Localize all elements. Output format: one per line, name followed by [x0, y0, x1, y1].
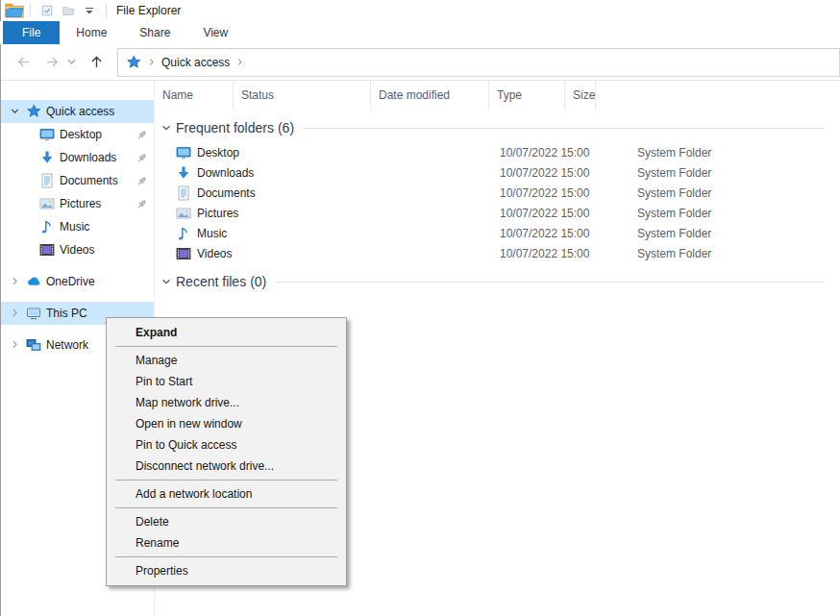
context-menu-item[interactable]: Map network drive...: [107, 392, 346, 413]
column-header-label: Size: [573, 88, 595, 102]
quick-access-star-icon: [26, 104, 41, 119]
file-row[interactable]: Desktop 10/07/2022 15:00 System Folder: [155, 142, 840, 162]
column-header[interactable]: Status: [234, 81, 371, 110]
qat-customize-dropdown[interactable]: [81, 2, 98, 19]
pictures-icon: [39, 196, 55, 211]
context-menu-item[interactable]: Add a network location: [107, 483, 346, 505]
breadcrumb-location[interactable]: Quick access: [161, 56, 230, 69]
context-menu-item[interactable]: Manage: [107, 350, 346, 371]
ribbon-tab[interactable]: Home: [60, 21, 123, 44]
titlebar: File Explorer: [0, 0, 840, 21]
ribbon-tab[interactable]: Share: [123, 21, 186, 44]
context-menu-item[interactable]: Expand: [107, 322, 346, 343]
file-type: System Folder: [630, 207, 748, 220]
column-headers: Name Status Date modified Type Size: [155, 81, 840, 110]
group-header-recent-files[interactable]: Recent files (0): [155, 271, 840, 292]
titlebar-separator: [30, 4, 31, 17]
context-menu-item-label: Open in new window: [136, 417, 242, 431]
breadcrumb-chevron-icon[interactable]: [146, 57, 157, 67]
context-menu-item[interactable]: Open in new window: [107, 413, 346, 434]
group-divider-line: [304, 128, 825, 129]
context-menu-item-label: Expand: [136, 326, 177, 339]
file-name: Documents: [197, 186, 256, 200]
expander-icon[interactable]: [9, 105, 22, 118]
ribbon-tab[interactable]: File: [3, 21, 60, 44]
expander-icon[interactable]: [9, 338, 22, 352]
context-menu-item[interactable]: Properties: [107, 560, 346, 581]
group-header-frequent-folders[interactable]: Frequent folders (6): [155, 117, 840, 138]
address-bar[interactable]: Quick access: [117, 48, 840, 77]
expander-icon[interactable]: [9, 307, 22, 320]
download-icon: [176, 165, 191, 181]
sidebar-item[interactable]: Desktop: [1, 123, 154, 146]
context-menu-item[interactable]: Pin to Quick access: [107, 434, 346, 456]
column-header[interactable]: Date modified: [371, 81, 489, 110]
file-row[interactable]: Pictures 10/07/2022 15:00 System Folder: [155, 203, 840, 223]
sidebar-item-label: Downloads: [60, 151, 136, 164]
pin-icon: [136, 129, 148, 141]
file-type: System Folder: [630, 146, 748, 160]
quick-access-star-icon: [126, 55, 141, 70]
file-name: Downloads: [197, 166, 254, 180]
context-menu: Expand Manage Pin to Start Map network d…: [106, 317, 347, 586]
pin-icon: [136, 198, 148, 210]
group-divider-line: [276, 282, 825, 283]
documents-icon: [39, 173, 55, 188]
videos-icon: [39, 242, 55, 258]
forward-button[interactable]: [41, 52, 62, 73]
column-header[interactable]: Size: [565, 81, 596, 110]
file-row[interactable]: Downloads 10/07/2022 15:00 System Folder: [155, 162, 840, 183]
chevron-down-icon[interactable]: [160, 275, 173, 288]
file-name: Desktop: [197, 146, 239, 160]
music-icon: [176, 226, 191, 241]
column-header-label: Date modified: [379, 88, 450, 102]
file-explorer-window: File Explorer File Home Share View: [0, 0, 840, 616]
column-header-label: Type: [497, 88, 522, 102]
pin-icon: [136, 152, 148, 164]
chevron-down-icon[interactable]: [160, 121, 173, 135]
sidebar-item[interactable]: Music: [1, 215, 154, 238]
file-date-modified: 10/07/2022 15:00: [492, 166, 630, 180]
qat-new-folder-button[interactable]: [60, 2, 77, 19]
context-menu-item[interactable]: Disconnect network drive...: [107, 456, 346, 477]
sidebar-item-label: Pictures: [60, 197, 136, 210]
sidebar-item[interactable]: Videos: [1, 238, 154, 261]
up-button[interactable]: [86, 52, 107, 73]
file-date-modified: 10/07/2022 15:00: [492, 247, 630, 260]
column-header-label: Status: [241, 88, 274, 102]
sidebar-item[interactable]: OneDrive: [1, 270, 154, 293]
context-menu-item-label: Pin to Quick access: [136, 438, 236, 452]
sidebar-item[interactable]: Documents: [1, 169, 154, 192]
context-menu-item[interactable]: Delete: [107, 511, 346, 532]
context-menu-separator: [115, 480, 337, 480]
ribbon-tab-label: View: [203, 26, 228, 39]
sidebar-item[interactable]: Pictures: [1, 192, 154, 215]
group-count: (0): [250, 274, 266, 289]
sidebar-item-label: Documents: [60, 174, 136, 187]
context-menu-item[interactable]: Pin to Start: [107, 371, 346, 392]
recent-locations-dropdown[interactable]: [65, 52, 77, 73]
context-menu-item-label: Pin to Start: [136, 375, 192, 388]
sidebar-item[interactable]: Downloads: [1, 146, 154, 169]
column-header[interactable]: Type: [489, 81, 565, 110]
breadcrumb-chevron-icon[interactable]: [235, 57, 245, 67]
videos-icon: [176, 246, 191, 261]
sidebar-item-label: Videos: [60, 243, 136, 257]
ribbon-tab[interactable]: View: [186, 21, 244, 44]
file-type: System Folder: [630, 247, 748, 260]
context-menu-separator: [115, 507, 337, 508]
file-row[interactable]: Videos 10/07/2022 15:00 System Folder: [155, 243, 840, 263]
column-header[interactable]: Name: [155, 81, 234, 110]
context-menu-separator: [115, 556, 337, 557]
back-button[interactable]: [12, 52, 34, 73]
file-date-modified: 10/07/2022 15:00: [492, 186, 630, 200]
context-menu-item[interactable]: Rename: [107, 532, 346, 554]
file-row[interactable]: Documents 10/07/2022 15:00 System Folder: [155, 183, 840, 203]
sidebar-item[interactable]: Quick access: [1, 100, 154, 123]
qat-properties-button[interactable]: [38, 2, 56, 19]
expander-icon[interactable]: [9, 275, 22, 288]
sidebar-item-label: OneDrive: [46, 275, 136, 288]
ribbon-tabs: File Home Share View: [0, 21, 840, 44]
file-row[interactable]: Music 10/07/2022 15:00 System Folder: [155, 223, 840, 243]
download-icon: [39, 150, 55, 165]
